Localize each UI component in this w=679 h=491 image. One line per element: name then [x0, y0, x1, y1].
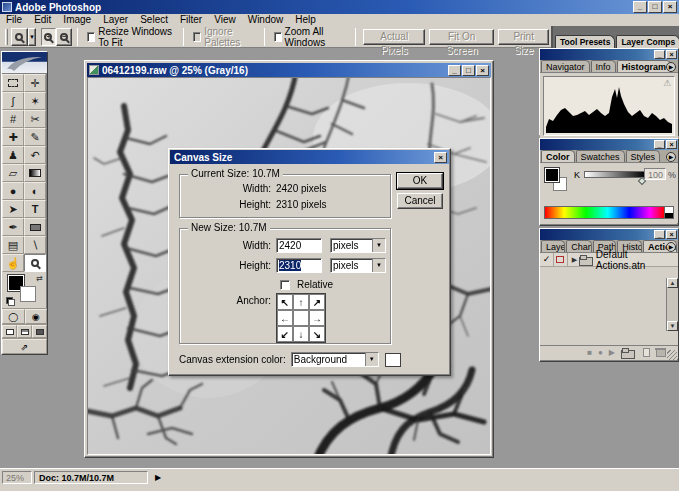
extension-color-select[interactable]: Background ▼ [291, 352, 379, 367]
doc-maximize-button[interactable]: □ [462, 65, 475, 76]
tab-histogram[interactable]: Histogram [617, 60, 672, 72]
status-menu-icon[interactable]: ▶ [152, 471, 164, 484]
extension-color-swatch[interactable] [385, 353, 401, 367]
restore-button[interactable]: □ [648, 1, 662, 13]
menu-window[interactable]: Window [242, 14, 290, 26]
expand-triangle-icon[interactable]: ▶ [572, 256, 577, 264]
palette-close-button[interactable]: × [666, 140, 677, 149]
dodge-tool[interactable]: ◐ [24, 182, 46, 200]
scroll-up-icon[interactable]: ▲ [667, 278, 678, 288]
tab-channels[interactable]: Chan [566, 240, 592, 252]
new-height-input[interactable]: 2310 [276, 258, 322, 273]
anchor-top-left[interactable]: ↖ [277, 294, 293, 310]
zoom-tool-button[interactable] [11, 28, 28, 46]
zoom-tool[interactable] [24, 254, 46, 272]
tab-styles[interactable]: Styles [626, 150, 661, 162]
doc-close-button[interactable]: × [476, 65, 489, 76]
zoom-in-button[interactable]: + [41, 28, 57, 46]
dialog-close-button[interactable]: × [434, 152, 447, 163]
menu-filter[interactable]: Filter [174, 14, 208, 26]
zoom-all-windows-checkbox[interactable]: Zoom All Windows [274, 26, 347, 48]
menu-view[interactable]: View [208, 14, 242, 26]
blur-tool[interactable]: ● [2, 182, 24, 200]
palette-minimize-button[interactable]: _ [654, 140, 665, 149]
slice-tool[interactable]: ✂ [24, 110, 46, 128]
standard-mode-button[interactable]: ◯ [2, 309, 25, 324]
history-brush-tool[interactable]: ↶ [24, 146, 46, 164]
dialog-titlebar[interactable]: Canvas Size × [170, 150, 449, 164]
tab-navigator[interactable]: Navigator [541, 60, 590, 72]
chevron-down-icon[interactable]: ▼ [365, 353, 378, 366]
crop-tool[interactable]: # [2, 110, 24, 128]
anchor-top[interactable]: ↑ [293, 294, 309, 310]
actions-scrollbar[interactable]: ▲ ▼ [666, 278, 678, 331]
eraser-tool[interactable]: ▱ [2, 164, 24, 182]
minimize-button[interactable]: _ [633, 1, 647, 13]
rectangular-marquee-tool[interactable] [2, 74, 24, 92]
document-titlebar[interactable]: 06412199.raw @ 25% (Gray/16) _ □ × [87, 63, 491, 77]
anchor-bottom-right[interactable]: ↘ [309, 326, 325, 342]
background-color-swatch[interactable] [20, 286, 36, 302]
action-check-icon[interactable]: ✓ [540, 253, 554, 267]
path-selection-tool[interactable]: ➤ [2, 200, 24, 218]
move-tool[interactable]: ✛ [24, 74, 46, 92]
color-spectrum-ramp[interactable] [544, 206, 674, 219]
tab-color[interactable]: Color [541, 150, 575, 162]
tool-preset-dropdown[interactable]: ▼ [28, 28, 36, 46]
fullscreen-menubar-mode-button[interactable] [17, 325, 32, 338]
lasso-tool[interactable]: ʃ [2, 92, 24, 110]
tab-layer-comps[interactable]: Layer Comps [616, 35, 679, 48]
pen-tool[interactable]: ✒ [2, 218, 24, 236]
anchor-right[interactable]: → [309, 310, 325, 326]
color-palette-titlebar[interactable]: _ × [540, 139, 678, 150]
app-titlebar[interactable]: Adobe Photoshop _ □ × [0, 0, 679, 14]
zoom-level-field[interactable]: 25% [2, 471, 32, 484]
record-button[interactable]: ● [598, 348, 603, 357]
options-grip[interactable] [5, 29, 8, 45]
tab-layers[interactable]: Laye [541, 240, 565, 252]
close-button[interactable]: × [663, 1, 677, 13]
palette-menu-icon[interactable]: ▶ [666, 62, 676, 72]
new-width-input[interactable]: 2420 [276, 238, 322, 253]
cancel-button[interactable]: Cancel [397, 193, 443, 209]
hand-tool[interactable]: ☝ [2, 254, 24, 272]
quick-mask-mode-button[interactable]: ◉ [25, 309, 48, 324]
chevron-down-icon[interactable]: ▼ [372, 259, 385, 272]
palette-close-button[interactable]: × [666, 50, 677, 59]
zoom-out-button[interactable]: − [56, 28, 72, 46]
adobe-feather-logo[interactable] [2, 52, 47, 74]
dialog-toggle-icon[interactable] [554, 253, 568, 267]
menu-help[interactable]: Help [289, 14, 322, 26]
menu-image[interactable]: Image [57, 14, 97, 26]
menu-edit[interactable]: Edit [28, 14, 57, 26]
menu-layer[interactable]: Layer [97, 14, 134, 26]
type-tool[interactable]: T [24, 200, 46, 218]
palette-menu-icon[interactable]: ▶ [666, 152, 676, 162]
new-set-button[interactable] [621, 348, 633, 357]
resize-windows-checkbox[interactable]: Resize Windows To Fit [87, 26, 174, 48]
tab-tool-presets[interactable]: Tool Presets [555, 35, 615, 48]
scroll-down-icon[interactable]: ▼ [667, 321, 678, 331]
menu-file[interactable]: File [0, 14, 28, 26]
palette-close-button[interactable]: × [666, 230, 677, 239]
swap-colors-icon[interactable]: ⇄ [36, 274, 43, 283]
palette-minimize-button[interactable]: _ [654, 50, 665, 59]
standard-screen-mode-button[interactable] [2, 325, 17, 338]
magic-wand-tool[interactable]: ✶ [24, 92, 46, 110]
doc-minimize-button[interactable]: _ [448, 65, 461, 76]
anchor-center[interactable] [293, 310, 309, 326]
brush-tool[interactable]: ✎ [24, 128, 46, 146]
ramp-endcap[interactable] [664, 207, 673, 218]
anchor-top-right[interactable]: ↗ [309, 294, 325, 310]
healing-brush-tool[interactable]: ✚ [2, 128, 24, 146]
delete-button[interactable] [656, 348, 664, 357]
k-slider[interactable] [584, 171, 646, 178]
resize-grip[interactable] [667, 350, 677, 360]
action-set-row[interactable]: ✓ ▶ Default Actions.atn [540, 253, 678, 267]
gradient-tool[interactable] [24, 164, 46, 182]
actions-palette-titlebar[interactable]: _ × [540, 229, 678, 240]
histogram-palette-titlebar[interactable]: _ × [540, 49, 678, 60]
eyedropper-tool[interactable]: ∖ [24, 236, 46, 254]
relative-checkbox[interactable] [280, 280, 290, 290]
play-button[interactable]: ▶ [609, 348, 615, 357]
